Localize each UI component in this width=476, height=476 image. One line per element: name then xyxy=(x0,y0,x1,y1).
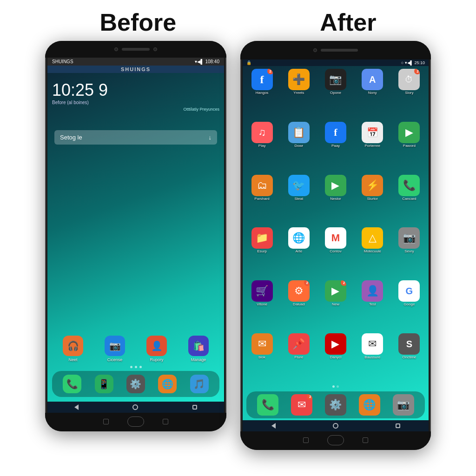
app-blok: ✉ xyxy=(251,333,273,355)
app-label: Rupory xyxy=(150,357,163,362)
app-label: Daluad xyxy=(293,303,304,307)
dock-badge: 2 xyxy=(307,394,312,400)
list-item[interactable]: 🛒 Vitone xyxy=(245,279,279,331)
app-label: New xyxy=(332,303,339,307)
app-label: Steat xyxy=(294,197,303,201)
dock-browser-icon[interactable]: 🌐 xyxy=(359,394,380,416)
app-nony: A xyxy=(362,69,383,90)
list-item[interactable]: ⏱ 2 Slory xyxy=(392,68,427,119)
list-item[interactable]: △ Motecuule xyxy=(355,226,390,278)
app-label: blok xyxy=(258,356,265,360)
hw-home-button[interactable] xyxy=(327,435,344,445)
recents-button[interactable] xyxy=(396,423,400,428)
list-item[interactable]: f Paay xyxy=(318,121,353,172)
list-item[interactable]: ♫ Play xyxy=(245,121,279,172)
app-label: Paay xyxy=(331,144,340,148)
recents-button[interactable] xyxy=(192,405,197,410)
after-page-dots xyxy=(245,385,427,388)
app-icon-neet: 🎧 xyxy=(63,336,83,356)
list-item[interactable]: f 2 Hangos xyxy=(245,68,279,119)
before-nav-bar xyxy=(47,402,224,413)
hw-home-button[interactable] xyxy=(127,416,144,427)
after-status-bar: 🔒 ○ ▾◀▌ 25:10 xyxy=(243,60,429,66)
dock-mail-icon[interactable]: ✉ 2 xyxy=(291,394,312,416)
after-app-grid: f 2 Hangos ➕ Yreets 📷 Opone A xyxy=(245,68,427,383)
list-item[interactable]: ⚙ 2 Daluad xyxy=(281,279,316,331)
list-item[interactable]: A Nony xyxy=(355,68,390,119)
dock-music-icon[interactable]: 🎵 xyxy=(190,375,209,393)
app-label: Vitone xyxy=(257,303,267,307)
home-button[interactable] xyxy=(333,423,338,429)
list-item[interactable]: ▶ 2 New xyxy=(318,279,353,331)
list-item[interactable]: 📋 Dowr xyxy=(281,121,316,172)
list-item[interactable]: 📷 Opone xyxy=(318,68,353,119)
notification-badge: 2 xyxy=(414,69,420,74)
list-item[interactable]: ⚡ Slurtor xyxy=(355,174,390,225)
list-item[interactable]: 📌 Fture xyxy=(281,332,316,383)
before-status-bar: SHUINGS ▾◀▌ 108:40 xyxy=(47,58,224,66)
before-search-bar[interactable]: Setog le ↓ xyxy=(54,130,217,145)
app-label: Nestor xyxy=(330,197,341,201)
app-label: Manage xyxy=(191,357,206,362)
before-phone: SHUINGS ▾◀▌ 108:40 SHUINGS 10:25 9 Befor… xyxy=(45,41,226,431)
app-label: Hangos xyxy=(256,91,269,95)
list-item[interactable]: 📅 Porterree xyxy=(355,121,390,172)
list-item[interactable]: 📁 Esurp xyxy=(245,226,279,278)
status-icons: ▾◀▌ 108:40 xyxy=(195,59,219,64)
list-item[interactable]: 👤 Rupory xyxy=(142,336,172,362)
before-phone-bottom xyxy=(45,413,226,431)
speaker xyxy=(122,48,150,51)
hw-button-left xyxy=(103,419,109,424)
app-label: Paword xyxy=(403,144,416,148)
list-item[interactable]: 🛍️ Manage xyxy=(184,336,213,362)
home-button[interactable] xyxy=(132,404,138,410)
app-label: Nony xyxy=(368,91,377,95)
before-screen: SHUINGS ▾◀▌ 108:40 SHUINGS 10:25 9 Befor… xyxy=(47,58,224,413)
app-label: Motecuule xyxy=(364,250,381,254)
list-item[interactable]: ▶ Paword xyxy=(392,121,427,172)
app-googe: G xyxy=(398,280,420,302)
list-item[interactable]: ▶ Nestor xyxy=(318,174,353,225)
list-item[interactable]: 📷 Cicense xyxy=(100,336,130,362)
list-item[interactable]: G Googe xyxy=(392,279,427,331)
back-button[interactable] xyxy=(74,404,79,410)
app-porterree: 📅 xyxy=(362,122,383,143)
app-label: Yreets xyxy=(293,91,304,95)
app-tesl: 👤 xyxy=(362,280,383,302)
list-item[interactable]: ▶ Danycl xyxy=(318,332,353,383)
dock-phone-icon[interactable]: 📞 xyxy=(63,375,81,393)
list-item[interactable]: 📷 Sevry xyxy=(392,226,427,278)
brand-name: SHUINGS xyxy=(52,59,73,64)
dock-phone-icon[interactable]: 📞 xyxy=(257,394,278,416)
list-item[interactable]: ➕ Yreets xyxy=(281,68,316,119)
list-item[interactable]: M Contov xyxy=(318,226,353,278)
app-label: Slory xyxy=(405,91,413,95)
dock-camera-icon[interactable]: 📷 xyxy=(393,394,414,416)
dock-apps-icon[interactable]: ⚙️ xyxy=(126,375,145,393)
back-button[interactable] xyxy=(271,423,276,429)
app-play: ♫ xyxy=(251,122,273,143)
hw-button-right xyxy=(163,419,168,424)
app-opone: 📷 xyxy=(325,69,346,90)
app-label: Arte xyxy=(295,250,302,254)
dock-messages-icon[interactable]: 📱 xyxy=(95,375,113,393)
app-onctime: S xyxy=(398,333,420,355)
list-item[interactable]: 👤 Tesl xyxy=(355,279,390,331)
app-label: Cicense xyxy=(107,357,123,362)
list-item[interactable]: ✉ blok xyxy=(245,332,279,383)
list-item[interactable]: 📞 Cancard xyxy=(392,174,427,225)
list-item[interactable]: ✉ Baussure xyxy=(355,332,390,383)
app-label: Onctime xyxy=(402,356,416,360)
list-item[interactable]: 🌐 Arte xyxy=(281,226,316,278)
dock-browser-icon[interactable]: 🌐 xyxy=(158,375,177,393)
app-label: Esurp xyxy=(257,250,267,254)
list-item[interactable]: S Onctime xyxy=(392,332,427,383)
phones-row: SHUINGS ▾◀▌ 108:40 SHUINGS 10:25 9 Befor… xyxy=(0,41,476,476)
list-item[interactable]: 🗂 Parshard xyxy=(245,174,279,225)
list-item[interactable]: 🎧 Neet xyxy=(58,336,88,362)
app-icon-rupory: 👤 xyxy=(146,336,167,356)
dock-apps-icon[interactable]: ⚙️ xyxy=(325,394,346,416)
list-item[interactable]: 🐦 Steat xyxy=(281,174,316,225)
notification-badge: 2 xyxy=(304,280,310,286)
app-label: Googe xyxy=(403,303,415,307)
